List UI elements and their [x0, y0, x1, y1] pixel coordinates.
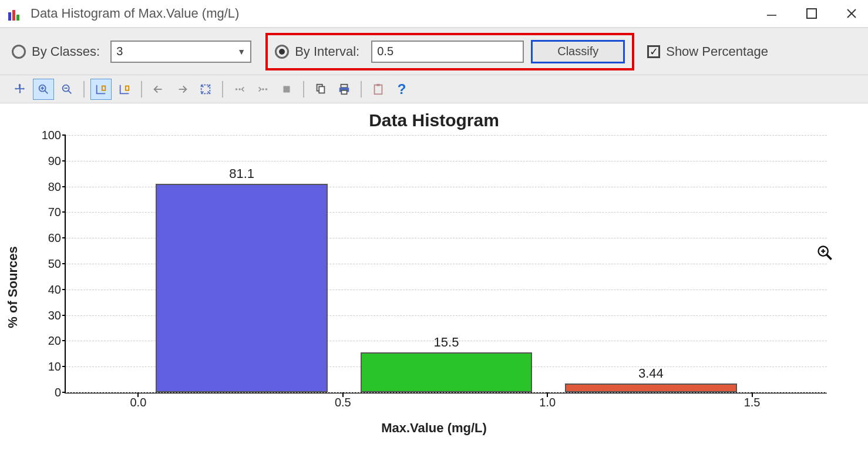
chart-title: Data Histogram	[18, 110, 850, 130]
svg-rect-23	[319, 86, 324, 93]
window-title: Data Histogram of Max.Value (mg/L)	[31, 6, 762, 21]
bar-value-label: 81.1	[229, 166, 254, 181]
svg-rect-0	[8, 12, 11, 21]
x-tick-label: 1.0	[539, 396, 556, 409]
close-button[interactable]	[842, 4, 861, 23]
svg-rect-2	[16, 15, 19, 21]
histogram-bar[interactable]	[361, 352, 533, 392]
x-tick-label: 0.5	[335, 396, 351, 409]
y-tick-mark	[62, 366, 66, 367]
svg-rect-1	[12, 10, 15, 21]
y-tick-mark	[62, 186, 66, 187]
axis-lock-y-icon[interactable]	[114, 79, 135, 100]
gridline	[66, 392, 827, 393]
app-icon	[7, 5, 23, 22]
gridline	[66, 135, 827, 136]
classes-value: 3	[116, 45, 123, 58]
svg-line-30	[827, 255, 832, 260]
pan-icon[interactable]	[9, 79, 31, 100]
y-tick-mark	[62, 340, 66, 341]
chart-area: Data Histogram % of Sources 010203040506…	[0, 103, 868, 471]
fit-icon[interactable]	[195, 79, 216, 100]
classify-button[interactable]: Classify	[531, 40, 625, 63]
y-tick-mark	[62, 392, 66, 393]
controls-row: By Classes: 3 ▼ By Interval: 0.5 Classif…	[0, 28, 868, 75]
toolbar-separator	[303, 81, 304, 97]
title-bar: Data Histogram of Max.Value (mg/L)	[0, 0, 868, 28]
y-tick-label: 70	[36, 206, 61, 219]
step-right-icon[interactable]	[253, 79, 274, 100]
by-interval-radio[interactable]	[275, 45, 289, 59]
show-percentage-checkbox[interactable]: ✓	[647, 45, 660, 58]
classify-label: Classify	[557, 45, 598, 58]
bar-value-label: 15.5	[434, 335, 459, 350]
svg-rect-15	[126, 86, 129, 90]
y-tick-mark	[62, 160, 66, 162]
copy-icon[interactable]	[310, 79, 331, 100]
y-tick-mark	[62, 237, 66, 238]
toolbar-separator	[83, 81, 85, 97]
y-tick-mark	[62, 263, 66, 264]
y-tick-mark	[62, 315, 66, 316]
chevron-down-icon: ▼	[237, 47, 245, 56]
print-icon[interactable]	[334, 79, 355, 100]
interval-input[interactable]: 0.5	[371, 41, 524, 63]
toolbar-separator	[141, 81, 142, 97]
svg-rect-28	[376, 83, 380, 86]
zoom-in-icon[interactable]	[33, 79, 54, 100]
redo-axis-icon[interactable]	[171, 79, 193, 100]
y-tick-label: 60	[36, 231, 61, 245]
y-axis-label: % of Sources	[5, 246, 21, 328]
y-tick-label: 100	[36, 129, 61, 142]
y-tick-mark	[62, 289, 66, 290]
histogram-bar[interactable]	[565, 383, 737, 392]
x-axis-label: Max.Value (mg/L)	[18, 420, 850, 436]
maximize-button[interactable]	[802, 4, 821, 23]
help-icon[interactable]: ?	[391, 79, 412, 100]
axis-lock-x-icon[interactable]	[90, 79, 112, 100]
window-controls	[762, 4, 861, 23]
y-tick-mark	[62, 211, 66, 213]
chart-toolbar: ?	[0, 75, 868, 103]
y-tick-label: 0	[36, 386, 61, 399]
svg-rect-26	[341, 90, 346, 93]
show-percentage-label: Show Percentage	[666, 44, 768, 59]
svg-rect-24	[341, 84, 348, 88]
paste-icon[interactable]	[368, 79, 389, 100]
by-interval-label: By Interval:	[295, 44, 359, 59]
magnifier-cursor-icon	[816, 244, 833, 264]
y-tick-label: 30	[36, 308, 61, 322]
svg-point-20	[262, 88, 264, 90]
toolbar-separator	[222, 81, 223, 97]
zoom-out-icon[interactable]	[56, 79, 78, 100]
classes-select[interactable]: 3 ▼	[110, 41, 251, 63]
svg-point-17	[235, 88, 238, 90]
svg-line-8	[45, 90, 48, 93]
interval-highlight: By Interval: 0.5 Classify	[265, 33, 634, 70]
x-tick-label: 1.5	[744, 396, 761, 409]
svg-rect-21	[284, 86, 290, 92]
y-tick-label: 80	[36, 180, 61, 193]
toolbar-separator	[361, 81, 362, 97]
histogram-bar[interactable]	[156, 184, 328, 392]
bar-value-label: 3.44	[638, 366, 664, 381]
y-tick-label: 90	[36, 154, 61, 167]
x-axis: 0.00.51.01.5	[65, 393, 827, 417]
undo-axis-icon[interactable]	[148, 79, 169, 100]
interval-value: 0.5	[377, 45, 393, 58]
y-tick-label: 10	[36, 360, 61, 374]
svg-point-19	[265, 88, 268, 90]
plot-area[interactable]: 010203040506070809010081.115.53.44	[65, 135, 827, 393]
gridline	[66, 161, 827, 162]
y-tick-label: 40	[36, 282, 61, 296]
minimize-button[interactable]	[762, 4, 781, 23]
svg-rect-4	[807, 9, 816, 18]
y-tick-label: 50	[36, 257, 61, 271]
stop-icon[interactable]	[276, 79, 297, 100]
svg-point-18	[238, 88, 241, 90]
svg-line-12	[68, 90, 72, 93]
svg-rect-14	[102, 86, 106, 90]
by-classes-radio[interactable]	[12, 45, 26, 59]
step-left-icon[interactable]	[229, 79, 250, 100]
svg-rect-27	[375, 85, 382, 94]
